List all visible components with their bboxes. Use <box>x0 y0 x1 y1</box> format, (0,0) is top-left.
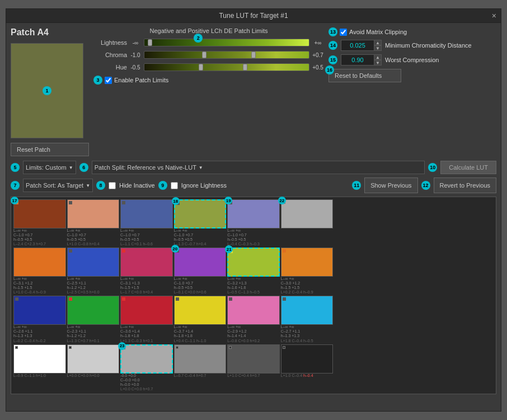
badge-13: 13 <box>328 27 337 36</box>
patch-cell-31[interactable]: L+1.0 C+0.4 h+0.7 <box>227 344 280 391</box>
chroma-min: -1.0 <box>129 52 142 58</box>
lightness-min: -∞ <box>129 40 142 46</box>
patch-cell-22[interactable]: L–∞ +∞ C–2.9 +1.2 h–1.4 +1.4L–0.8 C+0.0 … <box>227 296 280 343</box>
worst-comp-up[interactable]: ▲ <box>374 54 382 60</box>
limits-dropdown[interactable]: Limits: Custom <box>23 161 76 174</box>
lightness-label: Lightness <box>93 39 127 46</box>
worst-compression-row: 15 0.90 ▲ ▼ Worst Compression <box>328 54 496 66</box>
worst-comp-down[interactable]: ▼ <box>374 60 382 66</box>
patch-sort-dropdown[interactable]: Patch Sort: As Target <box>23 179 93 192</box>
badge-6: 6 <box>79 163 88 172</box>
patch-cell-21[interactable]: L–∞ +∞ C–3.7 +1.4 h–1.8 +1.8L+0.4 C–1.1 … <box>174 296 227 343</box>
badge-14: 14 <box>328 41 337 50</box>
patch-cell-29[interactable]: 23-0.0 +0.0 C–0.0 +0.0 h–0.0 +0.0L+0.0 C… <box>120 344 173 391</box>
patch-cell-34[interactable] <box>388 344 440 391</box>
show-previous-button[interactable]: Show Previous <box>364 178 417 193</box>
patch-cell-28[interactable]: L+0.0 C+0.0 h+0.0 <box>67 344 120 391</box>
patch-cell-5[interactable]: 22 <box>281 199 334 246</box>
patch-cell-24[interactable] <box>334 296 387 343</box>
patch-cell-10[interactable]: L–∞ +∞ C–2.5 +1.1 h–1.2 +1.2L–2.5 C+0.5 … <box>67 248 120 295</box>
patch-cell-12[interactable]: 20L–∞ +∞ C–1.0 +0.7 h–0.5 +0.5L–0.1 C+0.… <box>174 248 227 295</box>
avoid-matrix-clipping-checkbox[interactable] <box>340 29 347 36</box>
enable-patch-limits-row: 3 Enable Patch Limits <box>93 76 324 85</box>
badge-3: 3 <box>93 76 102 85</box>
reset-patch-button[interactable]: Reset Patch <box>11 143 89 156</box>
avoid-matrix-clipping-row: 13 Avoid Matrix Clipping <box>328 27 496 36</box>
badge-9: 9 <box>158 181 167 190</box>
chroma-thumb-right <box>251 52 256 58</box>
chroma-thumb-left <box>202 52 206 58</box>
min-chroma-row: 14 0.025 ▲ ▼ Minimum Chromaticity Distan… <box>328 40 496 51</box>
patch-cell-30[interactable]: L–0.7 C–0.4 h+0.7 <box>174 344 227 391</box>
badge-11: 11 <box>352 181 361 190</box>
badge-12: 12 <box>421 181 430 190</box>
badge-1: 1 <box>43 86 51 95</box>
patch-cell-19[interactable]: L–∞ +∞ C–2.3 +1.1 h–1.2 +1.2L–1.3 C+0.7 … <box>67 296 120 343</box>
patch-cell-27[interactable]: L–0.9 C–1.1 h+1.0 <box>13 344 66 391</box>
revert-to-previous-button[interactable]: Revert to Previous <box>434 178 496 193</box>
chroma-track <box>144 51 309 59</box>
patch-cell-26[interactable] <box>441 296 494 343</box>
min-chroma-spinbox[interactable]: 0.025 <box>341 40 374 51</box>
patch-cell-0[interactable]: 17L–∞ +∞ C–1.0 +0.7 h–0.5 +0.5L–2.4 C+2.… <box>13 199 66 246</box>
patch-grid: 17L–∞ +∞ C–1.0 +0.7 h–0.5 +0.5L–2.4 C+2.… <box>11 197 496 394</box>
patch-cell-11[interactable]: L–∞ +∞ C–3.1 +1.3 h–1.5 +1.5L–1.7 C+0.0 … <box>120 248 173 295</box>
lightness-thumb <box>148 39 152 46</box>
ignore-lightness-label: Ignore Lightness <box>181 182 227 189</box>
worst-comp-spinbox[interactable]: 0.90 <box>341 54 374 66</box>
close-button[interactable]: × <box>492 11 496 20</box>
patch-cell-25[interactable] <box>388 296 440 343</box>
min-chroma-down[interactable]: ▼ <box>374 45 382 51</box>
patch-cell-13[interactable]: 21L–∞ +∞ C–3.2 +1.3 h–1.6 +1.6L–0.5 C–1.… <box>227 248 280 295</box>
badge-16: 16 <box>325 66 334 74</box>
patch-preview: 1 <box>11 43 83 138</box>
chroma-label: Chroma <box>93 52 127 58</box>
lightness-max: +∞ <box>312 40 324 46</box>
patch-cell-33[interactable] <box>334 344 387 391</box>
min-chroma-up[interactable]: ▲ <box>374 40 382 45</box>
badge-5: 5 <box>11 163 20 172</box>
badge-2: 2 <box>194 34 203 43</box>
patch-cell-4[interactable]: 19L–∞ +∞ C–1.0 +0.7 h–0.5 +0.5L–0.4 C–0.… <box>227 199 280 246</box>
patch-cell-23[interactable]: L–∞ +∞ C–2.7 +1.1 h–1.3 +1.3L+1.8 C–0.4 … <box>281 296 334 343</box>
patch-split-dropdown[interactable]: Patch Split: Reference vs Native-LUT <box>92 161 425 174</box>
patch-cell-15[interactable] <box>334 248 387 295</box>
worst-compression-label: Worst Compression <box>385 57 439 63</box>
lightness-track: 2 <box>144 39 309 46</box>
patch-cell-3[interactable]: 18L–∞ +∞ C–1.0 +0.7 h–0.5 +0.5L–1.3 C–0.… <box>174 199 227 246</box>
hue-track <box>144 63 309 71</box>
min-chroma-label: Minimum Chromaticity Distance <box>385 42 472 49</box>
patch-cell-6[interactable] <box>334 199 387 246</box>
reset-defaults-button[interactable]: Reset to Defaults <box>328 69 401 82</box>
enable-patch-limits-checkbox[interactable] <box>105 77 112 84</box>
patch-name: Patch A4 <box>11 27 89 38</box>
badge-8: 8 <box>96 181 105 190</box>
hue-thumb-right <box>243 64 247 71</box>
patch-cell-35[interactable] <box>441 344 494 391</box>
patch-cell-32[interactable]: L+1.0 C–0.4 h–0.4 <box>281 344 334 391</box>
badge-15: 15 <box>328 55 337 64</box>
patch-cell-16[interactable] <box>388 248 440 295</box>
patch-cell-8[interactable] <box>441 199 494 246</box>
hide-inactive-label: Hide Inactive <box>119 182 155 189</box>
patch-cell-7[interactable] <box>388 199 440 246</box>
chroma-max: +0.7 <box>312 52 324 58</box>
ignore-lightness-checkbox[interactable] <box>171 182 178 189</box>
patch-cell-18[interactable]: L–∞ +∞ C–2.6 +1.1 h–1.3 +1.3L–0.2 C–0.4 … <box>13 296 66 343</box>
hue-min: -0.5 <box>129 64 142 71</box>
patch-cell-1[interactable]: L–∞ +∞ C–1.0 +0.7 h–0.5 +0.5L+1.0 C–0.8 … <box>67 199 120 246</box>
hide-inactive-checkbox[interactable] <box>109 182 116 189</box>
badge-7: 7 <box>11 181 20 190</box>
patch-cell-17[interactable] <box>441 248 494 295</box>
patch-cell-2[interactable]: L–∞ +∞ C–1.0 +0.7 h–0.5 +0.5L–1.1 C+0.1 … <box>120 199 173 246</box>
main-window: Tune LUT for Target #1 × Patch A4 1 Rese… <box>6 8 501 412</box>
avoid-matrix-clipping-label: Avoid Matrix Clipping <box>349 29 407 35</box>
patch-cell-9[interactable]: L–∞ +∞ C–3.1 +1.2 h–1.5 +1.5L+1.0 C–0.4 … <box>13 248 66 295</box>
enable-patch-limits-label: Enable Patch Limits <box>114 77 168 83</box>
calculate-lut-button[interactable]: Calculate LUT <box>440 161 496 174</box>
hue-label: Hue <box>93 64 127 71</box>
badge-10: 10 <box>428 163 437 172</box>
patch-cell-20[interactable]: L–∞ +∞ C–3.6 +1.4 h–1.8 +1.8L+1.3 C–0.3 … <box>120 296 173 343</box>
patch-cell-14[interactable]: L–∞ +∞ C–3.0 +1.2 h–1.5 +1.5L+0.2 C–0.4 … <box>281 248 334 295</box>
title-bar: Tune LUT for Target #1 × <box>6 9 501 23</box>
